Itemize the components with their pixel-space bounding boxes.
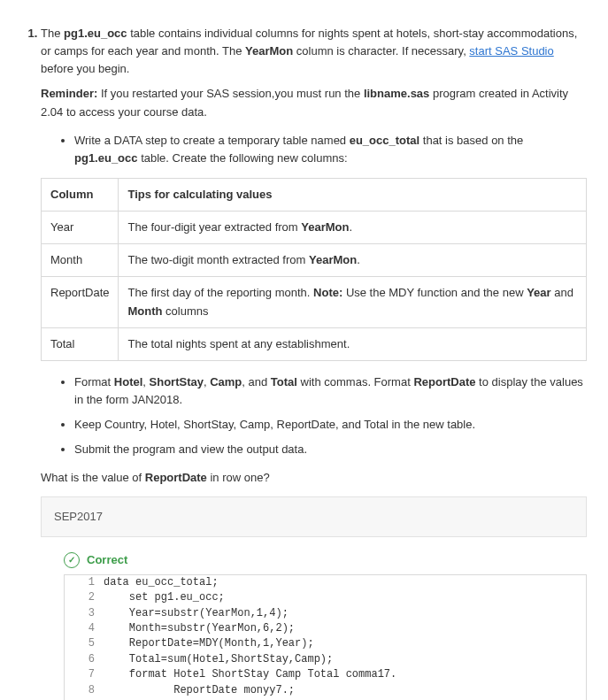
- text: column is character. If necessary,: [293, 44, 469, 58]
- question-item: The pg1.eu_occ table contains individual…: [41, 25, 587, 700]
- reminder-p: Reminder: If you restarted your SAS sess…: [41, 85, 587, 120]
- columns-table: Column Tips for calculating values Year …: [41, 178, 587, 361]
- program-name: libname.sas: [364, 87, 429, 100]
- code-line: Month=substr(YearMon,6,2);: [104, 621, 586, 636]
- line-number: 3: [65, 606, 104, 621]
- col-tip: The first day of the reporting month. No…: [119, 277, 587, 327]
- code-row: 5 ReportDate=MDY(Month,1,Year);: [65, 636, 586, 651]
- instruction-bullet: Submit the program and view the output d…: [74, 441, 587, 458]
- reminder-label: Reminder:: [41, 87, 97, 100]
- text: Write a DATA step to create a temporary …: [74, 134, 350, 147]
- code-line: ReportDate=MDY(Month,1,Year);: [104, 636, 586, 651]
- line-number: 8: [65, 683, 104, 698]
- line-number: 2: [65, 590, 104, 605]
- code-row: 1data eu_occ_total;: [65, 575, 586, 590]
- col-header: Column: [42, 178, 119, 211]
- line-number: 1: [65, 575, 104, 590]
- intro-p1: The pg1.eu_occ table contains individual…: [41, 25, 587, 78]
- question-text: What is the value of ReportDate in row o…: [41, 469, 587, 487]
- code-line: data eu_occ_total;: [104, 575, 586, 590]
- col-tip: The four-digit year extracted from YearM…: [119, 212, 587, 244]
- col-name: Month: [42, 244, 119, 277]
- text: If you restarted your SAS session,you mu…: [97, 87, 364, 100]
- line-number: 7: [65, 667, 104, 682]
- answer-input[interactable]: SEP2017: [41, 496, 587, 537]
- code-line: Total=sum(Hotel,ShortStay,Camp);: [104, 652, 586, 667]
- correct-label: Correct: [87, 551, 127, 569]
- code-row: 8 ReportDate monyy7.;: [65, 683, 586, 698]
- code-block: 1data eu_occ_total;2 set pg1.eu_occ;3 Ye…: [64, 574, 587, 700]
- col-name: ReportDate: [42, 277, 119, 327]
- code-line: format Hotel ShortStay Camp Total comma1…: [104, 667, 586, 682]
- code-row: 7 format Hotel ShortStay Camp Total comm…: [65, 667, 586, 682]
- column-name: YearMon: [245, 44, 293, 58]
- text: that is based on the: [419, 134, 523, 147]
- line-number: 6: [65, 652, 104, 667]
- text: before you begin.: [41, 62, 129, 75]
- col-header: Tips for calculating values: [119, 178, 587, 211]
- col-tip: The total nights spent at any establishm…: [119, 327, 587, 360]
- code-line: set pg1.eu_occ;: [104, 590, 586, 605]
- text: The: [41, 27, 64, 40]
- table-name: pg1.eu_occ: [74, 151, 138, 165]
- line-number: 5: [65, 636, 104, 651]
- start-sas-link[interactable]: start SAS Studio: [469, 44, 553, 58]
- col-name: Year: [42, 212, 119, 244]
- line-number: 4: [65, 621, 104, 636]
- code-line: Year=substr(YearMon,1,4);: [104, 606, 586, 621]
- table-name: eu_occ_total: [350, 134, 419, 147]
- text: table. Create the following new columns:: [138, 151, 348, 165]
- instruction-bullet: Format Hotel, ShortStay, Camp, and Total…: [74, 373, 587, 409]
- code-line: ReportDate monyy7.;: [104, 683, 586, 698]
- correct-indicator: ✓ Correct: [64, 551, 587, 569]
- code-row: 2 set pg1.eu_occ;: [65, 590, 586, 605]
- col-name: Total: [42, 327, 119, 360]
- code-row: 4 Month=substr(YearMon,6,2);: [65, 621, 586, 636]
- instruction-bullet: Keep Country, Hotel, ShortStay, Camp, Re…: [74, 416, 587, 434]
- table-name: pg1.eu_occ: [64, 27, 127, 40]
- code-row: 6 Total=sum(Hotel,ShortStay,Camp);: [65, 652, 586, 667]
- col-tip: The two-digit month extracted from YearM…: [119, 244, 587, 277]
- code-row: 3 Year=substr(YearMon,1,4);: [65, 606, 586, 621]
- check-icon: ✓: [64, 552, 80, 568]
- instruction-bullet: Write a DATA step to create a temporary …: [74, 132, 587, 167]
